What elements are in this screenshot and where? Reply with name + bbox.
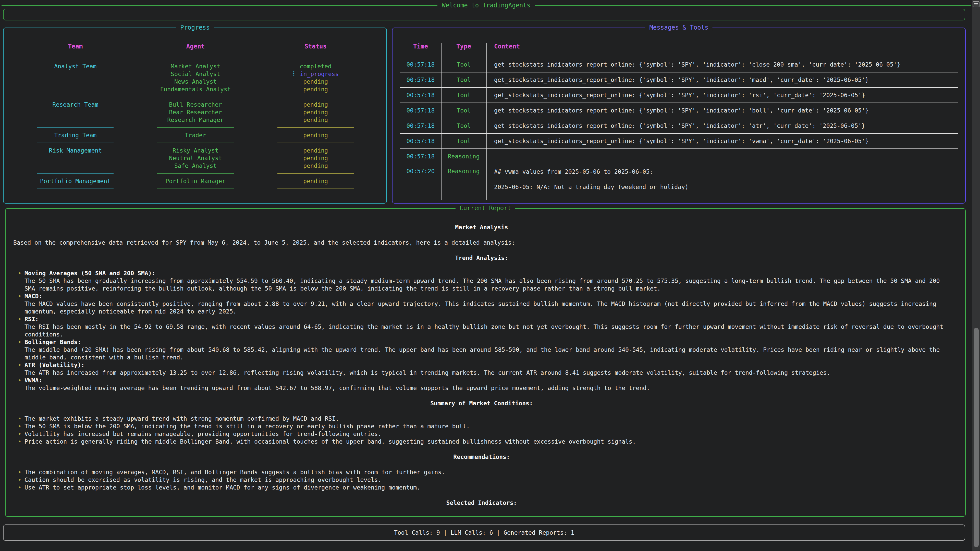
progress-col-status: Status [256,43,375,50]
progress-table-header: Team Agent Status [15,43,375,50]
report-bullet: • MACD:The MACD values have been consist… [18,292,950,315]
message-row: 00:57:18 Tool get_stockstats_indicators_… [400,118,958,134]
scrollbar-track[interactable] [972,0,980,551]
report-content: Market Analysis Based on the comprehensi… [13,224,950,507]
progress-panel-title: Progress [176,24,214,31]
progress-row: Bear Researcher pending [15,108,375,116]
message-row: 00:57:18 Tool get_stockstats_indicators_… [400,134,958,149]
bullet-icon: • [18,484,24,491]
section-heading: Selected Indicators: [13,499,950,507]
report-bullet: • Bollinger Bands:The middle band (20 SM… [18,338,950,361]
message-row: 00:57:18 Reasoning [400,149,958,164]
progress-row: Safe Analyst pending [15,162,375,170]
bullet-icon: • [18,376,24,392]
status-badge: pending [256,178,375,184]
group-separator [15,124,375,131]
progress-row: Social Analyst ⠇in_progress [15,70,375,78]
status-badge: pending [256,117,375,123]
bullet-icon: • [18,361,24,376]
report-panel-title: Current Report [455,205,515,212]
report-bullet: • Moving Averages (50 SMA and 200 SMA):T… [18,269,950,292]
report-bullet: • Volatility has increased but remains m… [18,430,950,438]
report-bullet: • Use ATR to set appropriate stop-loss l… [18,484,950,491]
progress-row: Research Manager pending [15,116,375,124]
progress-row: Portfolio Management Portfolio Manager p… [15,177,375,185]
bullet-icon: • [18,468,24,476]
progress-header-separator [15,57,375,57]
welcome-rule: Welcome to TradingAgents [2,2,971,9]
message-row: 00:57:18 Tool get_stockstats_indicators_… [400,57,958,73]
progress-col-agent: Agent [135,43,256,50]
status-badge: pending [256,101,375,108]
report-intro: Based on the comprehensive data retrieve… [13,239,950,246]
status-badge: pending [256,86,375,93]
message-row: 00:57:18 Tool get_stockstats_indicators_… [400,73,958,88]
progress-row: Analyst Team Market Analyst completed [15,62,375,70]
bullet-icon: • [18,422,24,430]
report-bullet: • VWMA:The volume-weighted moving averag… [18,376,950,392]
group-separator [15,93,375,101]
bullet-icon: • [18,430,24,438]
spinner-icon: ⠇ [293,71,297,77]
bullet-icon: • [18,476,24,484]
bullet-icon: • [18,269,24,292]
report-bullet: • Caution should be exercised as volatil… [18,476,950,484]
section-heading: Summary of Market Conditions: [13,400,950,407]
rule-line-right [535,5,971,6]
progress-table-rows: Analyst Team Market Analyst completed So… [15,62,375,192]
bullet-icon: • [18,338,24,361]
message-row: 00:57:20 Reasoning ## vwma values from 2… [400,164,958,200]
rule-line-left [2,5,438,6]
status-badge: pending [256,162,375,169]
section-heading: Trend Analysis: [13,254,950,262]
progress-row: Trading Team Trader pending [15,131,375,139]
progress-panel: Progress Team Agent Status Analyst Team … [3,27,387,203]
message-row: 00:57:18 Tool get_stockstats_indicators_… [400,103,958,118]
progress-row: Fundamentals Analyst pending [15,86,375,93]
status-badge: pending [256,147,375,154]
status-badge: ⠇in_progress [256,71,375,77]
message-row: 00:57:18 Tool get_stockstats_indicators_… [400,88,958,103]
report-heading: Market Analysis [13,224,950,231]
progress-col-team: Team [15,43,135,50]
status-badge: pending [256,155,375,162]
bullet-icon: • [18,292,24,315]
bullet-icon: • [18,315,24,338]
status-badge: pending [256,132,375,138]
group-separator [15,139,375,147]
messages-panel: Messages & Tools Time Type Content 00:57… [392,27,966,203]
messages-col-content: Content [487,43,958,50]
stats-text: Tool Calls: 9 | LLM Calls: 6 | Generated… [394,529,574,536]
report-bullet: • The 50 SMA is below the 200 SMA, indic… [18,422,950,430]
messages-panel-title: Messages & Tools [645,24,712,31]
scrollbar-thumb[interactable] [974,328,979,547]
section-heading: Recommendations: [13,453,950,461]
welcome-panel [3,9,965,21]
status-badge: completed [256,63,375,70]
bullet-icon: • [18,438,24,445]
scrollbar-menu-icon[interactable] [973,1,980,7]
group-separator [15,170,375,177]
messages-col-time: Time [400,43,441,50]
group-separator [15,185,375,192]
messages-table-header: Time Type Content [400,43,958,50]
report-bullet: • Price action is generally riding the m… [18,438,950,445]
app-title: Welcome to TradingAgents [442,2,531,9]
progress-row: News Analyst pending [15,78,375,86]
progress-row: Neutral Analyst pending [15,154,375,162]
report-bullet: • ATR (Volatility):The ATR has increased… [18,361,950,376]
messages-col-type: Type [441,43,487,50]
status-badge: pending [256,109,375,116]
progress-row: Risk Management Risky Analyst pending [15,147,375,154]
status-badge: pending [256,78,375,85]
report-bullet: • The combination of moving averages, MA… [18,468,950,476]
messages-table-rows: 00:57:18 Tool get_stockstats_indicators_… [400,57,958,200]
bullet-icon: • [18,415,24,422]
stats-footer: Tool Calls: 9 | LLM Calls: 6 | Generated… [3,524,965,541]
report-bullet: • The market exhibits a steady upward tr… [18,415,950,422]
report-panel: Current Report Market Analysis Based on … [5,208,966,517]
progress-row: Research Team Bull Researcher pending [15,101,375,108]
report-bullet: • RSI:The RSI has been mostly in the 54.… [18,315,950,338]
